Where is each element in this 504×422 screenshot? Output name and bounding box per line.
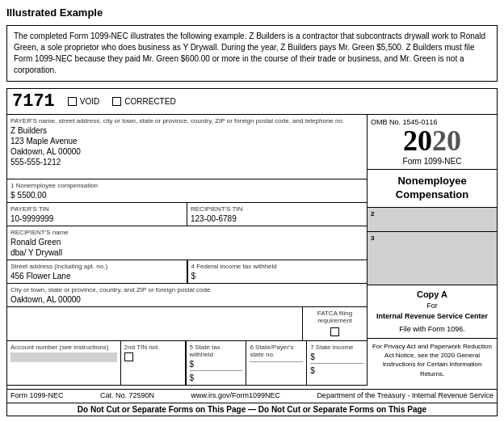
street-value: 456 Flower Lane (10, 272, 183, 281)
box5-label: 5 State tax withheld (190, 344, 243, 358)
form-left: PAYER'S name, street address, city or to… (7, 115, 368, 386)
recipient-name-box: RECIPIENT'S name Ronald Green dba/ Y Dry… (7, 226, 367, 260)
fatca-right: FATCA filing requirement (302, 307, 367, 340)
page-title: Illustrated Example (6, 6, 498, 19)
recipient-name-label: RECIPIENT'S name (10, 229, 363, 236)
tin2-box: 2nd TIN not. (121, 341, 186, 385)
payer-tin-box: PAYER'S TIN 10-9999999 (7, 203, 187, 226)
box5-value2: $ (190, 373, 243, 382)
payer-tin-label: PAYER'S TIN (10, 205, 183, 213)
account-value (10, 352, 117, 362)
fatca-label: FATCA filing requirement (306, 310, 363, 324)
corrected-checkbox[interactable] (112, 97, 121, 106)
recipient-tin-box: RECIPIENT'S TIN 123-00-6789 (187, 203, 367, 226)
recipient-name-value: Ronald Green (10, 238, 363, 247)
box4-label: 4 Federal income tax withheld (191, 263, 364, 270)
payer-box: PAYER'S name, street address, city or to… (7, 115, 367, 179)
box7-label: 7 State income (310, 344, 363, 351)
privacy-section: For Privacy Act and Paperwork Reduction … (368, 339, 497, 382)
intro-box: The completed Form 1099-NEC illustrates … (6, 25, 498, 82)
city-box: City or town, state or province, country… (7, 284, 367, 307)
void-checkbox[interactable] (68, 97, 77, 106)
form-header: 7171 VOID CORRECTED (7, 89, 497, 115)
noncomp-label: 1 Nonemployee compensation (10, 182, 363, 189)
form-name: Form 1099-NEC (403, 157, 462, 166)
footer-cat: Cat. No. 72590N (100, 391, 154, 399)
box4-box: 4 Federal income tax withheld $ (187, 260, 368, 284)
city-value: Oaktown, AL 00000 (10, 295, 363, 304)
donot-cut: Do Not Cut or Separate Forms on This Pag… (7, 403, 497, 416)
privacy-text: For Privacy Act and Paperwork Reduction … (372, 343, 492, 378)
city-label: City or town, state or province, country… (10, 286, 363, 293)
fatca-left (7, 307, 302, 340)
footer-left: Form 1099-NEC (10, 391, 64, 399)
street-box: Street address (including apt. no.) 456 … (7, 260, 187, 284)
box6-label: 6 State/Payer's state no. (250, 344, 303, 358)
corrected-label: CORRECTED (124, 97, 175, 106)
payer-phone: 555-555-1212 (10, 158, 363, 167)
form-container: 7171 VOID CORRECTED PAYER'S name, street… (6, 88, 498, 416)
tin2-checkbox[interactable] (124, 352, 133, 361)
footer-dept: Department of the Treasury - Internal Re… (317, 391, 494, 399)
noncomp-value: $ 5500.00 (10, 191, 363, 200)
fatca-checkbox[interactable] (330, 327, 339, 336)
payer-name: Z Builders (10, 126, 363, 135)
box3-label: 3 (371, 234, 494, 242)
noncomp-box: 1 Nonemployee compensation $ 5500.00 (7, 179, 367, 203)
box7-value: $ (310, 352, 363, 361)
tin2-label: 2nd TIN not. (124, 344, 182, 351)
box2-area: 2 (368, 208, 497, 232)
payer-tin-value: 10-9999999 (10, 214, 183, 223)
recipient-dba: dba/ Y Drywall (10, 248, 363, 257)
account-label: Account number (see instructions) (10, 344, 117, 351)
form-right-title: Nonemployee Compensation (368, 170, 497, 208)
street-label: Street address (including apt. no.) (10, 263, 183, 270)
form-footer: Form 1099-NEC Cat. No. 72590N www.irs.go… (7, 389, 497, 401)
copy-recipient: Internal Revenue Service Center (371, 311, 494, 322)
recipient-tin-label: RECIPIENT'S TIN (191, 205, 363, 213)
box4-value: $ (191, 272, 364, 281)
form-right: OMB No. 1545-0116 2020 Form 1099-NEC Non… (368, 115, 497, 386)
copy-for: For (371, 301, 494, 311)
footer-url: www.irs.gov/Form1099NEC (191, 391, 280, 399)
copy-section: Copy A For Internal Revenue Service Cent… (368, 285, 497, 339)
account-row: Account number (see instructions) 2nd TI… (7, 341, 367, 386)
box2-label: 2 (371, 210, 494, 217)
payer-label: PAYER'S name, street address, city or to… (10, 117, 363, 124)
form-body: PAYER'S name, street address, city or to… (7, 115, 497, 386)
copy-label: Copy A (371, 289, 494, 301)
intro-text: The completed Form 1099-NEC illustrates … (14, 32, 485, 74)
year-display: 2020 (403, 126, 461, 155)
fatca-row: FATCA filing requirement (7, 307, 367, 341)
box7-value2: $ (310, 366, 363, 375)
recipient-tin-value: 123-00-6789 (191, 214, 363, 223)
void-label: VOID (80, 97, 99, 106)
year-part2: 20 (432, 124, 461, 157)
form-number: 7171 (12, 91, 55, 112)
year-part1: 20 (403, 124, 432, 157)
form-right-top: OMB No. 1545-0116 2020 Form 1099-NEC (368, 115, 497, 170)
box5-value: $ (190, 360, 243, 369)
payer-city: Oaktown, AL 00000 (10, 147, 363, 156)
payer-address: 123 Maple Avenue (10, 137, 363, 146)
account-box: Account number (see instructions) (7, 341, 121, 385)
box3-area: 3 (368, 232, 497, 285)
file-with: File with Form 1096. (371, 324, 494, 335)
